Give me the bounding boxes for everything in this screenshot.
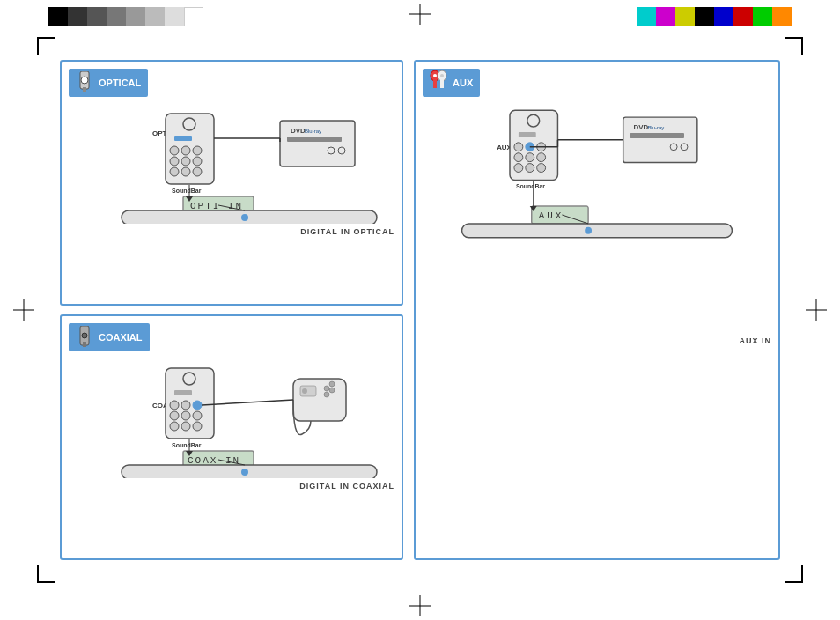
svg-point-15 <box>193 167 202 176</box>
svg-point-80 <box>514 164 523 173</box>
aux-svg-diagram: AUX SoundBar DVD Blu-ray <box>423 100 771 329</box>
coaxial-connector-icon <box>77 326 92 349</box>
coaxial-svg-diagram: COAX SoundBar <box>69 355 394 478</box>
svg-text:AUX: AUX <box>539 210 564 221</box>
svg-point-68 <box>440 74 444 78</box>
svg-point-9 <box>193 146 202 155</box>
crosshair-mid-right <box>806 299 827 321</box>
svg-text:Blu-ray: Blu-ray <box>647 125 664 130</box>
svg-text:OPTI IN: OPTI IN <box>190 201 243 211</box>
aux-rca-icon <box>428 70 449 95</box>
svg-point-65 <box>433 74 437 78</box>
svg-point-52 <box>324 386 329 391</box>
optical-connector-icon <box>76 71 93 94</box>
svg-point-51 <box>302 388 307 394</box>
svg-point-46 <box>181 422 190 431</box>
svg-rect-97 <box>462 224 733 238</box>
svg-rect-69 <box>440 79 444 88</box>
svg-rect-2 <box>83 87 86 92</box>
svg-point-77 <box>514 153 523 162</box>
coaxial-diagram-box: COAXIAL COAX SoundBar <box>60 314 403 560</box>
svg-point-11 <box>181 157 190 166</box>
svg-rect-66 <box>433 79 437 88</box>
svg-point-39 <box>170 401 179 410</box>
svg-text:COAX IN: COAX IN <box>188 455 240 466</box>
svg-point-8 <box>181 146 190 155</box>
svg-point-45 <box>170 422 179 431</box>
svg-point-62 <box>241 469 248 476</box>
svg-point-30 <box>241 214 248 221</box>
svg-point-7 <box>170 146 179 155</box>
corner-bracket-tr <box>785 37 803 55</box>
svg-point-12 <box>193 157 202 166</box>
coaxial-badge-text: COAXIAL <box>99 332 143 343</box>
svg-rect-29 <box>122 210 377 224</box>
svg-text:SoundBar: SoundBar <box>172 188 202 194</box>
svg-line-56 <box>202 400 293 405</box>
optical-badge: OPTICAL <box>69 69 148 97</box>
corner-bracket-tl <box>37 37 55 55</box>
svg-point-74 <box>514 143 523 151</box>
svg-text:DVD: DVD <box>634 123 649 131</box>
optical-diagram-box: OPTICAL OPTICAL SoundBar <box>60 60 403 306</box>
svg-rect-73 <box>519 132 536 137</box>
svg-point-98 <box>585 227 592 234</box>
svg-point-13 <box>170 167 179 176</box>
svg-rect-20 <box>287 137 342 142</box>
left-panel: OPTICAL OPTICAL SoundBar <box>60 60 403 560</box>
crosshair-mid-left <box>13 299 34 321</box>
svg-text:SoundBar: SoundBar <box>172 442 202 448</box>
svg-point-55 <box>329 388 335 393</box>
optical-badge-text: OPTICAL <box>99 78 141 88</box>
svg-text:SoundBar: SoundBar <box>516 183 545 189</box>
coaxial-badge: COAXIAL <box>69 323 150 351</box>
svg-text:Blu-ray: Blu-ray <box>305 129 321 134</box>
aux-badge-text: AUX <box>453 78 473 88</box>
color-strip-right <box>637 7 792 26</box>
aux-icon-wrapper <box>424 70 453 95</box>
coaxial-icon-wrapper <box>70 325 99 350</box>
svg-point-14 <box>181 167 190 176</box>
crosshair-top <box>409 4 431 25</box>
svg-rect-34 <box>83 342 86 347</box>
svg-point-78 <box>526 153 534 162</box>
svg-point-44 <box>193 411 202 420</box>
svg-point-40 <box>181 401 190 410</box>
optical-icon-wrapper <box>70 70 99 95</box>
crosshair-bottom <box>409 595 431 616</box>
aux-badge: AUX <box>423 69 480 97</box>
svg-rect-6 <box>174 136 192 141</box>
coaxial-caption: DIGITAL IN COAXIAL <box>69 482 394 491</box>
optical-caption: DIGITAL IN OPTICAL <box>69 227 394 236</box>
svg-point-43 <box>181 411 190 420</box>
color-strip-left <box>48 7 203 26</box>
svg-text:DVD: DVD <box>291 127 306 135</box>
svg-point-81 <box>526 164 534 173</box>
svg-point-82 <box>537 164 546 173</box>
svg-point-53 <box>329 381 335 387</box>
svg-point-42 <box>170 411 179 420</box>
aux-diagram-box: AUX AUX SoundBar DVD Blu-ray <box>414 60 780 560</box>
svg-rect-38 <box>174 390 192 395</box>
aux-caption: AUX IN <box>423 336 771 345</box>
svg-rect-87 <box>630 133 684 138</box>
svg-point-10 <box>170 157 179 166</box>
corner-bracket-br <box>785 565 803 583</box>
svg-rect-49 <box>293 379 346 421</box>
corner-bracket-bl <box>37 565 55 583</box>
svg-point-41 <box>193 401 202 410</box>
svg-point-79 <box>537 153 546 162</box>
svg-point-47 <box>193 422 202 431</box>
svg-point-33 <box>82 333 87 338</box>
svg-point-1 <box>81 77 88 84</box>
svg-rect-61 <box>122 465 377 478</box>
svg-point-54 <box>324 392 329 397</box>
optical-svg-diagram: OPTICAL SoundBar DVD Blu-ray <box>69 100 394 224</box>
